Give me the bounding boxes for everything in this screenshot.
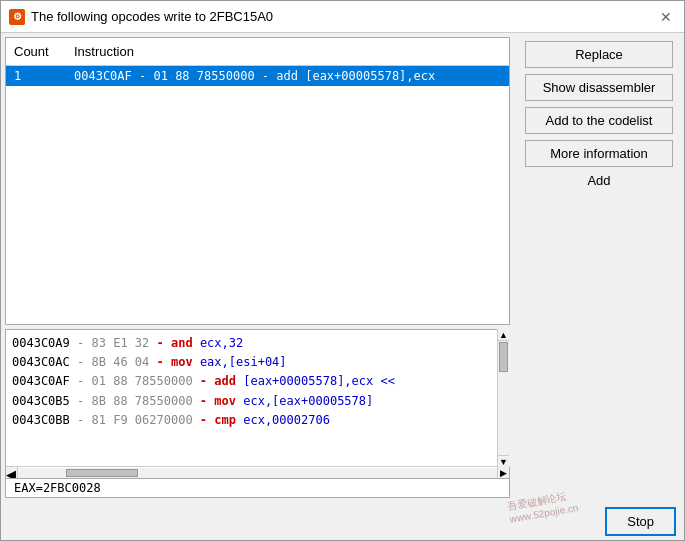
hscroll-track[interactable] [18, 468, 497, 478]
disasm-addr-1: 0043C0A9 [12, 336, 70, 350]
col-count-header: Count [6, 42, 66, 61]
title-bar: ⚙ The following opcodes write to 2FBC15A… [1, 1, 684, 33]
left-panel: Count Instruction 1 0043C0AF - 01 88 785… [1, 33, 514, 502]
disasm-hscroll[interactable]: ◀ ▶ [6, 466, 509, 478]
disasm-line-5: 0043C0BB - 81 F9 06270000 - cmp ecx,0000… [12, 411, 503, 430]
disasm-line-1: 0043C0A9 - 83 E1 32 - and ecx,32 [12, 334, 503, 353]
disasm-addr-4: 0043C0B5 [12, 394, 70, 408]
disasm-area: 0043C0A9 - 83 E1 32 - and ecx,32 0043C0A… [5, 329, 510, 479]
close-button[interactable]: ✕ [656, 7, 676, 27]
vscroll-thumb[interactable] [499, 342, 508, 372]
opcode-table: Count Instruction 1 0043C0AF - 01 88 785… [5, 37, 510, 325]
table-row[interactable]: 1 0043C0AF - 01 88 78550000 - add [eax+0… [6, 66, 509, 86]
hscroll-thumb[interactable] [66, 469, 138, 477]
more-information-button[interactable]: More information [525, 140, 673, 167]
disasm-footer: EAX=2FBC0028 [5, 479, 510, 498]
title-bar-left: ⚙ The following opcodes write to 2FBC15A… [9, 9, 273, 25]
disasm-addr-3: 0043C0AF [12, 374, 70, 388]
content-area: Count Instruction 1 0043C0AF - 01 88 785… [1, 33, 684, 502]
disasm-line-2: 0043C0AC - 8B 46 04 - mov eax,[esi+04] [12, 353, 503, 372]
stop-button[interactable]: Stop [605, 507, 676, 536]
table-body[interactable]: 1 0043C0AF - 01 88 78550000 - add [eax+0… [6, 66, 509, 324]
disasm-body[interactable]: 0043C0A9 - 83 E1 32 - and ecx,32 0043C0A… [6, 330, 509, 466]
add-to-codelist-button[interactable]: Add to the codelist [525, 107, 673, 134]
disasm-border: 0043C0A9 - 83 E1 32 - and ecx,32 0043C0A… [5, 329, 510, 479]
table-header: Count Instruction [6, 38, 509, 66]
cell-instruction: 0043C0AF - 01 88 78550000 - add [eax+000… [66, 69, 509, 83]
footer-text: EAX=2FBC0028 [14, 481, 101, 495]
disasm-line-4: 0043C0B5 - 8B 88 78550000 - mov ecx,[eax… [12, 392, 503, 411]
add-link[interactable]: Add [587, 173, 610, 188]
scroll-up-arrow[interactable]: ▲ [498, 329, 509, 341]
show-disassembler-button[interactable]: Show disassembler [525, 74, 673, 101]
disasm-line-3: 0043C0AF - 01 88 78550000 - add [eax+000… [12, 372, 503, 391]
replace-button[interactable]: Replace [525, 41, 673, 68]
scroll-right-arrow[interactable]: ▶ [497, 467, 509, 479]
right-panel: Replace Show disassembler Add to the cod… [514, 33, 684, 502]
disasm-addr-5: 0043C0BB [12, 413, 70, 427]
col-instruction-header: Instruction [66, 42, 509, 61]
app-icon: ⚙ [9, 9, 25, 25]
bottom-buttons: 吾爱破解论坛www.52pojie.cn Stop [1, 502, 684, 540]
scroll-left-arrow[interactable]: ◀ [6, 467, 18, 479]
scroll-down-arrow[interactable]: ▼ [498, 455, 509, 467]
disasm-vscroll[interactable]: ▲ ▼ [497, 329, 510, 467]
window-title: The following opcodes write to 2FBC15A0 [31, 9, 273, 24]
cell-count: 1 [6, 69, 66, 83]
disasm-addr-2: 0043C0AC [12, 355, 70, 369]
main-window: ⚙ The following opcodes write to 2FBC15A… [0, 0, 685, 541]
